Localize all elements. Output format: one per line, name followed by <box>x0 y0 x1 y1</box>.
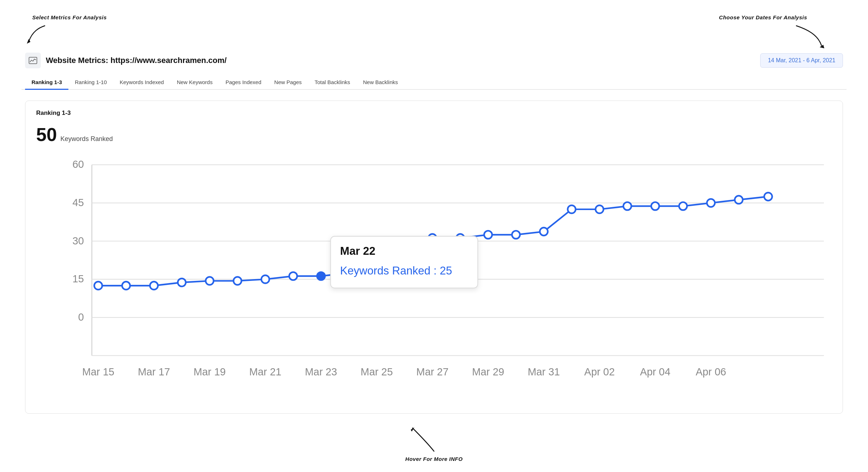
svg-text:60: 60 <box>72 159 84 170</box>
data-point <box>568 205 575 213</box>
svg-text:Mar 19: Mar 19 <box>193 366 226 378</box>
svg-text:Apr 04: Apr 04 <box>640 366 670 378</box>
svg-rect-2 <box>29 57 37 64</box>
line-chart-svg: 60 45 30 15 0 Mar 15 Mar 17 Mar 19 Mar 2… <box>36 149 832 403</box>
tooltip-date-text: Mar 22 <box>340 245 376 257</box>
header-left: Website Metrics: https://www.searchramen… <box>25 53 227 68</box>
svg-marker-1 <box>820 45 824 48</box>
svg-text:Apr 02: Apr 02 <box>584 366 615 378</box>
svg-text:Mar 17: Mar 17 <box>138 366 170 378</box>
arrow-right-annotation <box>789 24 825 49</box>
data-point <box>707 199 715 207</box>
date-range-button[interactable]: 14 Mar, 2021 - 6 Apr, 2021 <box>760 53 843 68</box>
tabs-row: Ranking 1-3 Ranking 1-10 Keywords Indexe… <box>21 76 847 90</box>
annotation-select-metrics: Select metrics for analysis <box>32 14 107 20</box>
svg-text:30: 30 <box>72 235 84 247</box>
svg-text:15: 15 <box>72 273 84 284</box>
arrow-bottom-annotation <box>398 424 470 453</box>
svg-text:Mar 29: Mar 29 <box>472 366 504 378</box>
chart-card-title: Ranking 1-3 <box>36 110 832 117</box>
arrow-left-annotation <box>25 24 54 45</box>
data-point <box>178 278 186 286</box>
kw-ranked-label: 50 Keywords Ranked <box>36 124 832 145</box>
data-point <box>206 277 213 285</box>
data-point-active <box>317 272 325 280</box>
top-annotations: Select metrics for analysis Choose Your … <box>21 14 847 20</box>
tab-keywords-indexed[interactable]: Keywords Indexed <box>113 76 170 90</box>
data-point <box>289 272 297 280</box>
svg-text:Apr 06: Apr 06 <box>696 366 726 378</box>
data-point <box>261 275 269 283</box>
data-point <box>679 202 687 210</box>
svg-text:45: 45 <box>72 197 84 208</box>
svg-text:Mar 21: Mar 21 <box>249 366 281 378</box>
tab-new-keywords[interactable]: New Keywords <box>170 76 219 90</box>
tab-new-pages[interactable]: New Pages <box>268 76 308 90</box>
annotation-hover-info: Hover for more INFO <box>405 456 463 462</box>
data-point <box>94 282 102 289</box>
data-point <box>735 196 743 204</box>
data-point <box>150 282 158 289</box>
tab-ranking-1-10[interactable]: Ranking 1-10 <box>68 76 113 90</box>
tab-new-backlinks[interactable]: New Backlinks <box>357 76 405 90</box>
metrics-icon <box>25 53 41 68</box>
tab-total-backlinks[interactable]: Total Backlinks <box>308 76 357 90</box>
data-point <box>540 228 548 235</box>
svg-text:Mar 23: Mar 23 <box>305 366 337 378</box>
tooltip-value-text: Keywords Ranked : 25 <box>340 264 452 277</box>
header-row: Website Metrics: https://www.searchramen… <box>21 53 847 68</box>
svg-text:Mar 25: Mar 25 <box>361 366 393 378</box>
data-point <box>484 231 492 239</box>
kw-count: 50 <box>36 124 57 145</box>
kw-label-text: Keywords Ranked <box>61 135 113 143</box>
bottom-annotation: Hover for more INFO <box>21 424 847 462</box>
annotation-choose-dates: Choose Your Dates For Analysis <box>719 14 807 20</box>
svg-text:0: 0 <box>78 311 84 323</box>
data-point <box>122 282 130 289</box>
chart-tooltip-box <box>331 236 478 288</box>
data-point <box>651 202 659 210</box>
data-point <box>512 231 520 239</box>
svg-text:Mar 27: Mar 27 <box>416 366 449 378</box>
metrics-title: Website Metrics: https://www.searchramen… <box>46 56 227 65</box>
data-point <box>623 202 631 210</box>
data-point <box>595 205 603 213</box>
chart-area: 60 45 30 15 0 Mar 15 Mar 17 Mar 19 Mar 2… <box>36 149 832 405</box>
chart-card: Ranking 1-3 50 Keywords Ranked 60 45 30 … <box>25 101 843 414</box>
data-point <box>233 277 241 285</box>
svg-text:Mar 15: Mar 15 <box>82 366 114 378</box>
tab-pages-indexed[interactable]: Pages Indexed <box>219 76 268 90</box>
tab-ranking-1-3[interactable]: Ranking 1-3 <box>25 76 68 90</box>
svg-text:Mar 31: Mar 31 <box>528 366 560 378</box>
data-point <box>764 193 772 200</box>
